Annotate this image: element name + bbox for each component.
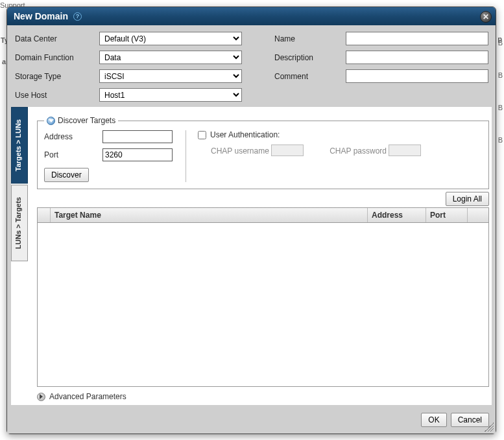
name-input[interactable] bbox=[346, 32, 488, 45]
storage-type-select[interactable]: iSCSI bbox=[99, 69, 242, 83]
discover-legend-text: Discover Targets bbox=[58, 116, 115, 125]
new-domain-dialog: New Domain ? ✕ Data Center Default (V3) … bbox=[6, 6, 496, 434]
discover-button[interactable]: Discover bbox=[44, 168, 89, 182]
form-top-grid: Data Center Default (V3) Name Domain Fun… bbox=[7, 25, 496, 107]
close-icon[interactable]: ✕ bbox=[480, 11, 492, 23]
description-input[interactable] bbox=[346, 51, 488, 64]
col-address[interactable]: Address bbox=[368, 208, 426, 222]
chap-username-input bbox=[271, 145, 304, 156]
name-label: Name bbox=[274, 34, 346, 43]
table-header: Target Name Address Port bbox=[38, 208, 488, 223]
login-all-button[interactable]: Login All bbox=[446, 192, 489, 206]
comment-input[interactable] bbox=[346, 69, 488, 83]
domain-function-label: Domain Function bbox=[15, 53, 99, 62]
content-area: Targets > LUNs LUNs > Targets Discover T… bbox=[11, 107, 492, 405]
use-host-label: Use Host bbox=[15, 91, 99, 100]
data-center-select[interactable]: Default (V3) bbox=[99, 32, 242, 45]
help-icon[interactable]: ? bbox=[73, 12, 82, 21]
chap-username-label: CHAP username bbox=[211, 146, 269, 156]
description-label: Description bbox=[274, 53, 346, 62]
discover-legend[interactable]: Discover Targets bbox=[44, 116, 118, 125]
tab-luns-targets[interactable]: LUNs > Targets bbox=[11, 185, 28, 261]
address-label: Address bbox=[44, 132, 102, 141]
user-auth-checkbox[interactable] bbox=[198, 131, 206, 139]
col-port[interactable]: Port bbox=[426, 208, 468, 222]
dialog-titlebar: New Domain ? ✕ bbox=[7, 7, 496, 25]
vertical-tabs: Targets > LUNs LUNs > Targets bbox=[11, 107, 28, 405]
bg-row-b2: B bbox=[498, 71, 503, 79]
chevron-right-icon[interactable] bbox=[37, 393, 45, 401]
discover-left-form: Address Port Discover bbox=[44, 130, 174, 182]
col-checkbox bbox=[38, 208, 51, 222]
col-action bbox=[468, 208, 488, 222]
col-target-name[interactable]: Target Name bbox=[51, 208, 368, 222]
advanced-parameters-toggle[interactable]: Advanced Parameters bbox=[37, 387, 492, 402]
table-body-empty bbox=[38, 223, 488, 386]
storage-type-label: Storage Type bbox=[15, 72, 99, 81]
targets-panel: Discover Targets Address Port Discover bbox=[28, 107, 492, 405]
port-input[interactable] bbox=[102, 148, 173, 161]
port-label: Port bbox=[44, 150, 102, 159]
discover-auth-section: User Authentication: CHAP username CHAP … bbox=[186, 130, 482, 182]
bg-row-b1: B bbox=[498, 39, 503, 47]
address-input[interactable] bbox=[102, 130, 173, 143]
domain-function-select[interactable]: Data bbox=[99, 51, 242, 64]
ok-button[interactable]: OK bbox=[421, 413, 446, 427]
resize-grip-icon[interactable] bbox=[485, 423, 494, 432]
login-all-row: Login All bbox=[37, 189, 492, 207]
tab-targets-luns[interactable]: Targets > LUNs bbox=[11, 107, 28, 183]
advanced-parameters-label: Advanced Parameters bbox=[49, 392, 126, 401]
data-center-label: Data Center bbox=[15, 34, 99, 43]
use-host-select[interactable]: Host1 bbox=[99, 88, 242, 102]
discover-targets-fieldset: Discover Targets Address Port Discover bbox=[37, 116, 489, 189]
bg-row-b4: B bbox=[498, 136, 503, 144]
chevron-down-icon[interactable] bbox=[47, 117, 55, 125]
user-auth-label: User Authentication: bbox=[210, 130, 280, 139]
chap-password-label: CHAP password bbox=[330, 146, 387, 156]
dialog-footer: OK Cancel bbox=[7, 409, 496, 434]
comment-label: Comment bbox=[274, 72, 346, 81]
bg-row-b3: B bbox=[498, 104, 503, 111]
bg-column-a: a bbox=[2, 58, 6, 65]
chap-password-input bbox=[389, 145, 421, 156]
targets-table: Target Name Address Port bbox=[37, 207, 489, 387]
dialog-title: New Domain bbox=[14, 11, 68, 21]
cancel-button[interactable]: Cancel bbox=[451, 413, 489, 427]
